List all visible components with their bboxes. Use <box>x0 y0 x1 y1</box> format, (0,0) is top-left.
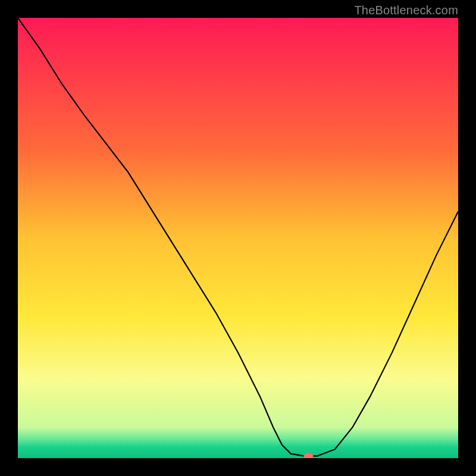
chart-svg <box>18 18 458 458</box>
watermark-text: TheBottleneck.com <box>354 4 458 17</box>
optimal-point-marker <box>303 453 313 458</box>
gradient-background <box>18 18 458 458</box>
chart-frame: TheBottleneck.com <box>0 0 476 476</box>
plot-area <box>18 18 458 458</box>
